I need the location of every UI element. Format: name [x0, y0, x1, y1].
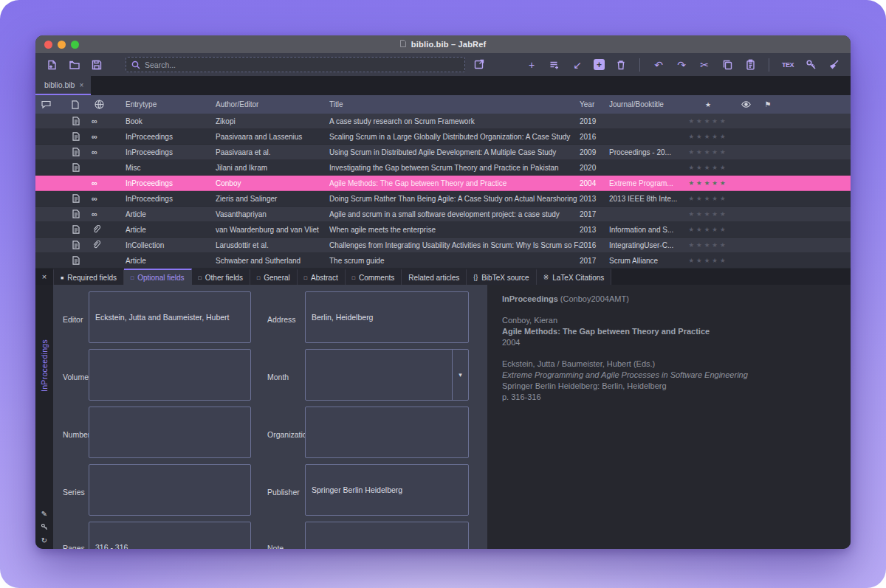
cell-entrytype: InProceedings [126, 133, 216, 141]
header-author[interactable]: Author/Editor [216, 100, 329, 108]
tab-required-fields[interactable]: ■ Required fields [53, 269, 124, 285]
entrytype-vertical-label: InProceedings [40, 339, 49, 392]
cell-journal: Scrum Alliance [609, 257, 681, 265]
ranking-stars[interactable]: ★★★★★ [688, 148, 727, 156]
cited-column-icon[interactable] [41, 100, 51, 108]
chevron-down-icon[interactable]: ▾ [452, 350, 468, 400]
table-row[interactable]: ∞ InProceedings Paasivaara et al. Using … [35, 145, 851, 160]
table-row[interactable]: ∞ Book Zikopi A case study research on S… [35, 114, 851, 129]
delete-entry-icon[interactable] [614, 58, 628, 72]
file-attached-icon[interactable] [72, 194, 89, 203]
tab-latex-citations[interactable]: ※ LaTeX Citations [537, 269, 612, 285]
cleanup-entries-icon[interactable] [827, 58, 840, 72]
cut-icon[interactable]: ✂ [698, 58, 711, 72]
field-label-editor: Editor [63, 315, 83, 324]
generate-citationkey-icon[interactable] [804, 58, 817, 72]
cell-author: Larusdottir et al. [216, 241, 329, 249]
new-library-icon[interactable] [46, 58, 59, 72]
table-row-selected[interactable]: ∞ InProceedings Conboy Agile Methods: Th… [35, 176, 851, 191]
close-entry-editor-button[interactable]: × [35, 269, 53, 285]
publisher-field[interactable]: Springer Berlin Heidelberg [305, 464, 469, 516]
table-header: Entrytype Author/Editor Title Year Journ… [35, 95, 851, 114]
organization-field[interactable] [305, 407, 469, 458]
ranking-stars[interactable]: ★★★★★ [688, 210, 727, 218]
new-entry-icon[interactable]: + [525, 58, 538, 72]
doi-link-icon[interactable]: ∞ [92, 133, 126, 141]
header-entrytype[interactable]: Entrytype [126, 100, 216, 108]
number-field[interactable] [89, 407, 251, 458]
library-tab-biblio[interactable]: biblio.bib × [35, 76, 91, 95]
table-row[interactable]: Article van Waardenburg and van Vliet Wh… [35, 222, 851, 238]
doi-link-icon[interactable]: ∞ [92, 117, 126, 125]
month-combobox[interactable]: ▾ [305, 349, 469, 401]
close-library-tab-icon[interactable]: × [79, 81, 83, 89]
entry-editor-side-strip: InProceedings ✎ ↻ [35, 285, 53, 549]
add-entry-button[interactable]: + [594, 59, 605, 70]
cell-author: Paasivaara et al. [216, 148, 329, 156]
copy-icon[interactable] [721, 58, 734, 72]
ranking-stars[interactable]: ★★★★★ [688, 226, 727, 233]
note-field[interactable] [305, 522, 469, 549]
file-attached-icon[interactable] [72, 117, 89, 125]
url-link-icon[interactable] [92, 241, 126, 249]
header-title[interactable]: Title [329, 100, 580, 108]
table-row[interactable]: Misc Jilani and Ikram Investigating the … [35, 160, 851, 176]
file-column-icon[interactable] [72, 100, 79, 109]
new-entry-from-plaintext-icon[interactable] [548, 58, 561, 72]
open-search-window-icon[interactable] [473, 58, 486, 71]
table-row[interactable]: ∞ Article Vasanthapriyan Agile and scrum… [35, 207, 851, 222]
edit-entrytype-icon[interactable]: ✎ [41, 511, 47, 518]
import-icon[interactable]: ↙ [571, 58, 584, 72]
file-attached-icon[interactable] [72, 210, 89, 218]
table-row[interactable]: InCollection Larusdottir et al. Challeng… [35, 238, 851, 253]
file-attached-icon[interactable] [72, 132, 89, 141]
tab-comments[interactable]: □ Comments [346, 269, 402, 285]
ranking-stars[interactable]: ★★★★★ [688, 117, 727, 125]
file-attached-icon[interactable] [72, 148, 89, 156]
file-attached-icon[interactable] [72, 225, 89, 234]
redo-icon[interactable]: ↷ [675, 58, 688, 72]
url-doi-column-icon[interactable] [95, 100, 104, 109]
tab-bibtex-source[interactable]: {} BibTeX source [467, 269, 537, 285]
generate-key-icon[interactable] [41, 523, 48, 532]
open-library-icon[interactable] [68, 58, 81, 72]
table-row[interactable]: ∞ InProceedings Zieris and Salinger Doin… [35, 191, 851, 207]
paste-icon[interactable] [744, 58, 757, 72]
ranking-stars[interactable]: ★★★★★ [688, 257, 727, 264]
save-library-icon[interactable] [90, 58, 103, 72]
ranking-stars[interactable]: ★★★★★ [688, 164, 727, 171]
search-input[interactable] [145, 60, 460, 69]
table-row[interactable]: Article Schwaber and Sutherland The scru… [35, 253, 851, 269]
header-journal[interactable]: Journal/Booktitle [609, 100, 681, 108]
readstatus-column-icon[interactable] [741, 101, 751, 108]
url-link-icon[interactable] [92, 225, 126, 234]
header-year[interactable]: Year [580, 100, 609, 108]
ranking-column-icon[interactable]: ★ [705, 101, 711, 108]
refresh-icon[interactable]: ↻ [41, 537, 47, 544]
tab-abstract[interactable]: □ Abstract [298, 269, 346, 285]
ranking-stars[interactable]: ★★★★★ [688, 133, 727, 140]
ranking-stars[interactable]: ★★★★★ [688, 195, 727, 202]
doi-link-icon[interactable]: ∞ [92, 179, 126, 187]
tab-optional-fields[interactable]: □ Optional fields [124, 269, 192, 285]
file-attached-icon[interactable] [72, 256, 89, 265]
priority-column-icon[interactable]: ⚑ [765, 100, 772, 108]
file-attached-icon[interactable] [72, 241, 89, 249]
ranking-stars[interactable]: ★★★★★ [688, 179, 727, 187]
doi-link-icon[interactable]: ∞ [92, 195, 126, 203]
table-row[interactable]: ∞ InProceedings Paasivaara and Lassenius… [35, 129, 851, 145]
push-to-tex-icon[interactable]: TEX [781, 58, 794, 72]
doi-link-icon[interactable]: ∞ [92, 210, 126, 218]
file-attached-icon[interactable] [72, 163, 89, 172]
pages-field[interactable]: 316 - 316 [89, 522, 251, 549]
tab-other-fields[interactable]: □ Other fields [192, 269, 250, 285]
editor-field[interactable]: Eckstein, Jutta and Baumeister, Hubert [89, 291, 251, 343]
undo-icon[interactable]: ↶ [652, 58, 665, 72]
address-field[interactable]: Berlin, Heidelberg [305, 291, 469, 343]
tab-general[interactable]: □ General [250, 269, 298, 285]
doi-link-icon[interactable]: ∞ [92, 148, 126, 156]
volume-field[interactable] [89, 349, 251, 401]
ranking-stars[interactable]: ★★★★★ [688, 241, 727, 249]
series-field[interactable] [89, 464, 251, 516]
tab-related-articles[interactable]: Related articles [402, 269, 467, 285]
